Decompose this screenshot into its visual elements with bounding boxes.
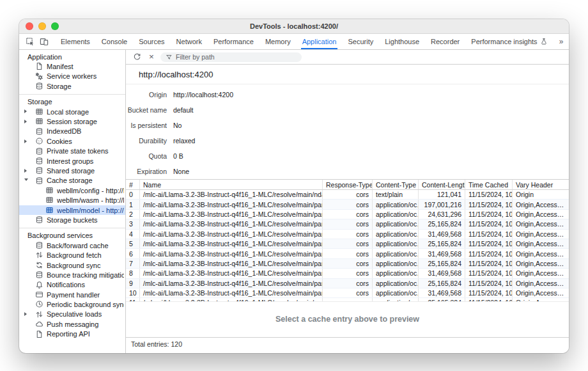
sidebar-item-indexeddb[interactable]: IndexedDB	[19, 127, 125, 136]
table-header-row: #NameResponse-TypeContent-TypeContent-Le…	[126, 180, 569, 190]
more-tabs-chevron-icon[interactable]: »	[556, 36, 567, 47]
database-icon	[35, 241, 43, 249]
sidebar-item-payment-handler[interactable]: Payment handler	[19, 290, 125, 299]
sidebar-item-label: Bounce tracking mitigations	[47, 270, 124, 280]
sidebar-item-local-storage[interactable]: Local storage	[19, 107, 125, 116]
sidebar-item-push-messaging[interactable]: Push messaging	[19, 319, 125, 329]
sidebar-item-cache-storage[interactable]: Cache storage	[19, 176, 125, 186]
table-cell: 11/15/2024, 10…	[465, 269, 513, 278]
chevron-right-icon[interactable]	[24, 169, 27, 173]
metadata-value: None	[173, 168, 189, 175]
chevron-right-icon[interactable]	[24, 312, 27, 316]
tab-label: Elements	[61, 38, 90, 45]
arrows-up-down-icon	[35, 310, 43, 319]
table-cell: Origin,Access…	[513, 249, 569, 258]
tab-network[interactable]: Network	[171, 34, 208, 49]
tab-performance-insights[interactable]: Performance insights	[465, 34, 553, 49]
table-row[interactable]: 9/mlc-ai/Llama-3.2-3B-Instruct-q4f16_1-M…	[126, 279, 569, 288]
column-header-content-length[interactable]: Content-Length	[419, 180, 465, 189]
tab-lighthouse[interactable]: Lighthouse	[379, 34, 425, 49]
chevron-right-icon[interactable]	[24, 109, 27, 113]
table-row[interactable]: 1/mlc-ai/Llama-3.2-3B-Instruct-q4f16_1-M…	[126, 200, 569, 209]
traffic-light-close-button[interactable]	[26, 22, 33, 30]
sidebar-item-webllm-config-http-loc[interactable]: webllm/config - http://loc…	[19, 186, 125, 195]
table-cell: application/oc…	[373, 269, 419, 278]
sidebar-item-service-workers[interactable]: Service workers	[19, 72, 125, 81]
sidebar-item-shared-storage[interactable]: Shared storage	[19, 166, 125, 175]
sidebar-item-private-state-tokens[interactable]: Private state tokens	[19, 146, 125, 156]
table-row[interactable]: 8/mlc-ai/Llama-3.2-3B-Instruct-q4f16_1-M…	[126, 269, 569, 278]
table-cell: Origin,Access…	[513, 288, 569, 297]
filter-by-path-input[interactable]	[176, 53, 297, 61]
sidebar-item-notifications[interactable]: Notifications	[19, 280, 125, 290]
sidebar-item-back-forward-cache[interactable]: Back/forward cache	[19, 241, 125, 250]
tab-security[interactable]: Security	[342, 34, 379, 49]
traffic-light-zoom-button[interactable]	[51, 22, 59, 30]
cloud-icon	[35, 320, 43, 328]
tab-console[interactable]: Console	[96, 34, 133, 49]
sidebar-item-bounce-tracking-mitigations[interactable]: Bounce tracking mitigations	[19, 270, 125, 280]
column-header-content-type[interactable]: Content-Type	[373, 180, 419, 189]
filter-field[interactable]	[160, 52, 302, 62]
sidebar-item-webllm-wasm-http-loca[interactable]: webllm/wasm - http://loca…	[19, 195, 125, 205]
table-cell: application/oc…	[373, 230, 419, 239]
table-cell: application/oc…	[373, 210, 419, 219]
column-header-response-type[interactable]: Response-Type	[323, 180, 373, 189]
table-row[interactable]: 6/mlc-ai/Llama-3.2-3B-Instruct-q4f16_1-M…	[126, 249, 569, 258]
tab-performance[interactable]: Performance	[208, 34, 259, 49]
table-cell: text/plain	[373, 190, 419, 199]
metadata-label: Expiration	[126, 168, 167, 175]
column-header-time-cached[interactable]: Time Cached	[465, 180, 513, 189]
tab-application[interactable]: Application	[297, 34, 343, 49]
table-cell: /mlc-ai/Llama-3.2-3B-Instruct-q4f16_1-ML…	[140, 190, 323, 199]
column-header-[interactable]: #	[126, 180, 140, 189]
tab-sources[interactable]: Sources	[133, 34, 170, 49]
delete-selected-icon[interactable]: ×	[147, 52, 156, 61]
sidebar-item-storage-buckets[interactable]: Storage buckets	[19, 215, 125, 225]
table-row[interactable]: 3/mlc-ai/Llama-3.2-3B-Instruct-q4f16_1-M…	[126, 219, 569, 229]
column-header-vary-header[interactable]: Vary Header	[513, 180, 569, 189]
table-row[interactable]: 7/mlc-ai/Llama-3.2-3B-Instruct-q4f16_1-M…	[126, 259, 569, 269]
table-row[interactable]: 2/mlc-ai/Llama-3.2-3B-Instruct-q4f16_1-M…	[126, 210, 569, 219]
table-cell: Origin,Access…	[513, 259, 569, 268]
bucket-metadata: Originhttp://localhost:4200Bucket namede…	[126, 84, 569, 179]
table-cell: cors	[323, 210, 373, 219]
sidebar-item-speculative-loads[interactable]: Speculative loads	[19, 310, 125, 319]
table-row[interactable]: 4/mlc-ai/Llama-3.2-3B-Instruct-q4f16_1-M…	[126, 230, 569, 239]
sidebar-item-cookies[interactable]: Cookies	[19, 136, 125, 146]
inspect-element-icon[interactable]	[24, 36, 36, 48]
sidebar-item-periodic-background-sync[interactable]: Periodic background sync	[19, 299, 125, 309]
sidebar-item-manifest[interactable]: Manifest	[19, 61, 125, 71]
sidebar-item-background-fetch[interactable]: Background fetch	[19, 250, 125, 260]
tab-recorder[interactable]: Recorder	[425, 34, 465, 49]
sidebar-item-interest-groups[interactable]: Interest groups	[19, 156, 125, 166]
sidebar-item-background-sync[interactable]: Background sync	[19, 260, 125, 270]
device-toolbar-icon[interactable]	[38, 36, 50, 48]
sidebar-item-webllm-model-http-loc[interactable]: webllm/model - http://loc…	[19, 205, 125, 215]
tab-memory[interactable]: Memory	[259, 34, 297, 49]
table-cell: cors	[323, 190, 373, 199]
table-cell: /mlc-ai/Llama-3.2-3B-Instruct-q4f16_1-ML…	[140, 259, 323, 268]
column-header-name[interactable]: Name	[140, 180, 323, 189]
tab-elements[interactable]: Elements	[55, 34, 96, 49]
table-row[interactable]: 10/mlc-ai/Llama-3.2-3B-Instruct-q4f16_1-…	[126, 288, 569, 298]
refresh-icon[interactable]	[132, 52, 143, 63]
clock-icon	[35, 300, 43, 308]
sidebar-item-label: Speculative loads	[47, 310, 124, 319]
sidebar-section-divider	[19, 94, 125, 95]
sidebar-item-storage[interactable]: Storage	[19, 81, 125, 91]
table-cell: /mlc-ai/Llama-3.2-3B-Instruct-q4f16_1-ML…	[140, 288, 323, 297]
chevron-right-icon[interactable]	[24, 120, 27, 123]
table-cell: application/oc…	[373, 200, 419, 209]
table-cell: /mlc-ai/Llama-3.2-3B-Instruct-q4f16_1-ML…	[140, 200, 323, 209]
table-row[interactable]: 5/mlc-ai/Llama-3.2-3B-Instruct-q4f16_1-M…	[126, 239, 569, 249]
sidebar-item-session-storage[interactable]: Session storage	[19, 116, 125, 126]
sidebar-item-reporting-api[interactable]: Reporting API	[19, 329, 125, 339]
chevron-down-icon[interactable]	[24, 178, 28, 181]
chevron-right-icon[interactable]	[24, 139, 27, 143]
table-cell: 31,469,568	[419, 288, 465, 297]
table-row[interactable]: 0/mlc-ai/Llama-3.2-3B-Instruct-q4f16_1-M…	[126, 190, 569, 200]
window-titlebar: DevTools - localhost:4200/	[19, 19, 569, 34]
traffic-light-minimize-button[interactable]	[38, 22, 46, 30]
sidebar-item-label: Storage buckets	[47, 215, 124, 225]
